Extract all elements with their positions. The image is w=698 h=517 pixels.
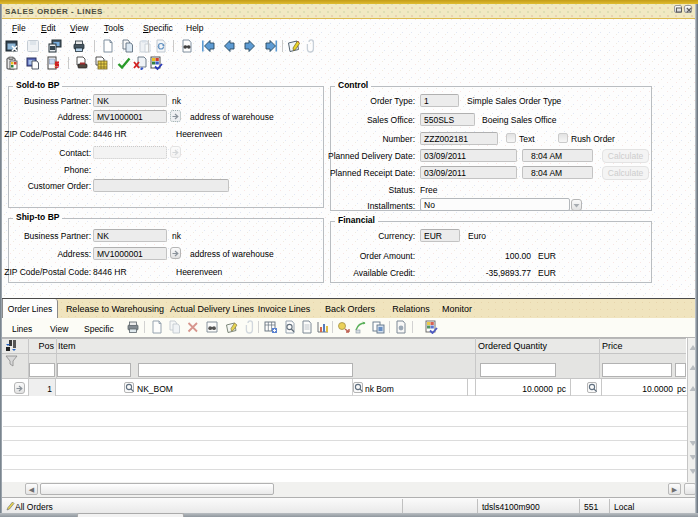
svg-text:$: $ [55,61,60,70]
